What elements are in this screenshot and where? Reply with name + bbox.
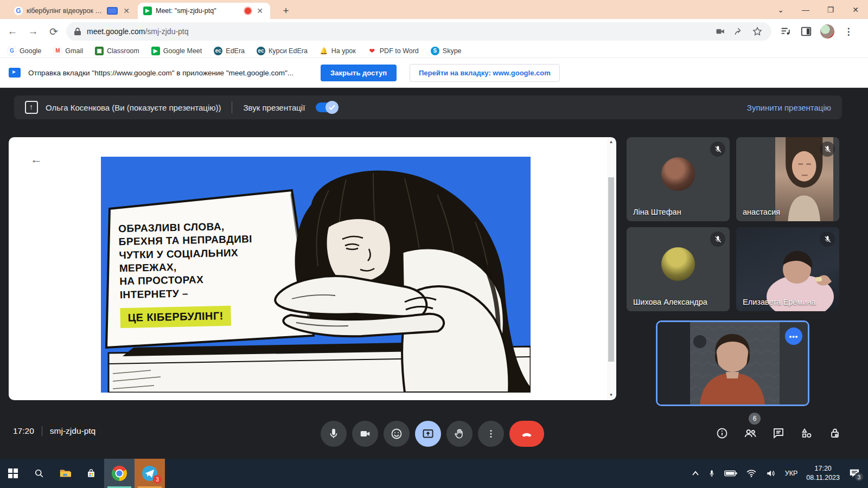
search-button[interactable] — [26, 459, 52, 488]
reactions-button[interactable] — [384, 421, 410, 447]
telegram-taskbar-button[interactable]: 3 — [135, 459, 165, 488]
gmail-icon: M — [53, 47, 62, 55]
close-window-button[interactable]: ✕ — [843, 0, 868, 19]
participant-tile-shykhova[interactable]: Шихова Александра — [627, 227, 730, 311]
bookmark-na-urok[interactable]: 🔔На урок — [320, 47, 356, 55]
tray-date: 08.11.2023 — [806, 473, 840, 483]
bookmark-edera-courses[interactable]: ecКурси EdEra — [257, 47, 308, 55]
mic-off-icon — [820, 232, 835, 247]
bookmark-google[interactable]: GGoogle — [8, 47, 41, 55]
bell-icon: 🔔 — [320, 47, 328, 55]
tab-search-chevron-icon[interactable]: ⌄ — [768, 0, 793, 19]
tab-title: кібербулінг відеоурок 10 к — [27, 7, 103, 15]
bookmark-classroom[interactable]: ▣Classroom — [95, 47, 139, 55]
action-center-button[interactable]: 3 — [848, 468, 860, 479]
meeting-panels: 6 — [715, 426, 842, 440]
file-explorer-button[interactable] — [52, 459, 78, 488]
chat-button[interactable] — [771, 426, 786, 440]
participant-tile-yeryomina[interactable]: Елизавета Ерёмина — [736, 227, 839, 311]
tab-meet[interactable]: Meet: "smj-zjdu-ptq" ✕ — [138, 3, 270, 19]
profile-avatar[interactable] — [820, 24, 834, 38]
bookmarks-bar: GGoogle MGmail ▣Classroom ▶Google Meet e… — [0, 44, 868, 58]
lock-icon — [74, 27, 81, 36]
language-indicator[interactable]: УКР — [785, 470, 798, 477]
scroll-down-icon[interactable]: ▼ — [607, 391, 615, 399]
media-controls-icon[interactable] — [779, 25, 792, 38]
slide-highlight: ЦЕ КІБЕРБУЛІНГ! — [120, 306, 231, 329]
divider — [42, 426, 42, 436]
address-bar[interactable]: meet.google.com/smj-zjdu-ptq — [66, 22, 771, 41]
scrollbar-thumb[interactable] — [608, 177, 614, 362]
screen-share-indicator-icon — [107, 7, 118, 15]
windows-taskbar: 3 УКР 17:20 08.11.2023 3 — [0, 459, 868, 488]
self-view-tile[interactable]: ••• Ольга Косенкова — [656, 320, 809, 406]
heart-icon: ❤ — [368, 47, 376, 55]
self-tile-more-button[interactable]: ••• — [785, 328, 802, 345]
stop-sharing-button[interactable]: Закрыть доступ — [321, 65, 397, 81]
meeting-details-button[interactable] — [715, 426, 729, 440]
back-arrow-icon[interactable]: ← — [30, 152, 42, 166]
slide-scrollbar[interactable]: ▲ ▼ — [607, 138, 615, 399]
cast-tab-icon — [9, 68, 21, 78]
more-options-button[interactable] — [478, 421, 504, 447]
google-meet-main: Ольга Косенкова (Ви (показуєте презентац… — [0, 88, 868, 459]
side-panel-icon[interactable] — [800, 25, 813, 38]
mic-button[interactable] — [321, 421, 347, 447]
camera-button[interactable] — [352, 421, 378, 447]
tray-mic-icon[interactable] — [708, 468, 716, 478]
avatar — [661, 157, 695, 191]
presentation-sound-label: Звук презентації — [243, 103, 305, 112]
google-icon: G — [8, 47, 16, 55]
back-button[interactable]: ← — [4, 23, 21, 40]
activities-button[interactable] — [800, 426, 814, 440]
system-tray: УКР 17:20 08.11.2023 3 — [692, 464, 868, 483]
slide-text: ОБРАЗЛИВІ СЛОВА, БРЕХНЯ ТА НЕПРАВДИВІ ЧУ… — [118, 219, 283, 329]
presenter-name: Ольга Косенкова (Ви (показуєте презентац… — [46, 103, 221, 112]
camera-in-use-icon[interactable] — [714, 25, 727, 38]
close-tab-icon[interactable]: ✕ — [255, 6, 265, 16]
participant-tile-anastasia[interactable]: анастасия — [736, 137, 839, 221]
new-tab-button[interactable]: + — [279, 4, 293, 18]
telegram-unread-badge: 3 — [153, 475, 162, 484]
stop-presentation-link[interactable]: Зупинити презентацію — [747, 103, 831, 112]
browser-menu-kebab-icon[interactable]: ⋮ — [842, 25, 855, 38]
close-tab-icon[interactable]: ✕ — [122, 6, 131, 16]
browser-toolbar: ← → ⟳ meet.google.com/smj-zjdu-ptq ⋮ — [0, 19, 868, 44]
maximize-window-button[interactable]: ❐ — [818, 0, 843, 19]
bookmark-google-meet[interactable]: ▶Google Meet — [151, 47, 202, 55]
participants-button[interactable]: 6 — [743, 426, 757, 440]
microsoft-store-button[interactable] — [78, 459, 104, 488]
host-controls-button[interactable] — [828, 426, 842, 440]
participant-name: Шихова Александра — [633, 298, 707, 306]
share-page-icon[interactable] — [732, 25, 745, 38]
present-button[interactable] — [415, 421, 441, 447]
chrome-taskbar-button[interactable] — [104, 459, 135, 488]
avatar — [661, 247, 695, 281]
presenting-banner: Ольга Косенкова (Ви (показуєте презентац… — [14, 95, 842, 119]
volume-icon[interactable] — [765, 468, 776, 478]
tab-title: Meet: "smj-zjdu-ptq" — [156, 7, 241, 15]
battery-icon[interactable] — [724, 470, 737, 477]
forward-button[interactable]: → — [25, 23, 41, 40]
bookmark-pdf-to-word[interactable]: ❤PDF to Word — [368, 47, 419, 55]
end-call-button[interactable] — [509, 421, 544, 447]
participant-tile-lina[interactable]: Ліна Штефан — [627, 137, 730, 221]
participant-name: анастасия — [743, 208, 780, 216]
bookmark-gmail[interactable]: MGmail — [53, 47, 83, 55]
bookmark-star-icon[interactable] — [751, 25, 764, 38]
bookmark-edera[interactable]: ecEdEra — [214, 47, 245, 55]
start-button[interactable] — [0, 459, 26, 488]
minimize-window-button[interactable]: — — [793, 0, 818, 19]
refresh-button[interactable]: ⟳ — [46, 23, 62, 40]
raise-hand-button[interactable] — [446, 421, 473, 447]
presentation-sound-toggle[interactable] — [316, 102, 337, 112]
tray-expand-chevron-icon[interactable] — [692, 471, 699, 476]
scroll-up-icon[interactable]: ▲ — [607, 138, 615, 146]
bookmark-skype[interactable]: SSkype — [431, 47, 462, 55]
wifi-icon[interactable] — [746, 469, 757, 478]
goto-tab-button[interactable]: Перейти на вкладку: www.google.com — [410, 64, 560, 82]
tab-cyberbullying-video[interactable]: G кібербулінг відеоурок 10 к ✕ — [9, 3, 137, 19]
tab-sharing-notification-bar: Отправка вкладки "https://www.google.com… — [0, 58, 868, 88]
tray-clock[interactable]: 17:20 08.11.2023 — [806, 464, 840, 483]
toggle-knob — [326, 101, 339, 114]
